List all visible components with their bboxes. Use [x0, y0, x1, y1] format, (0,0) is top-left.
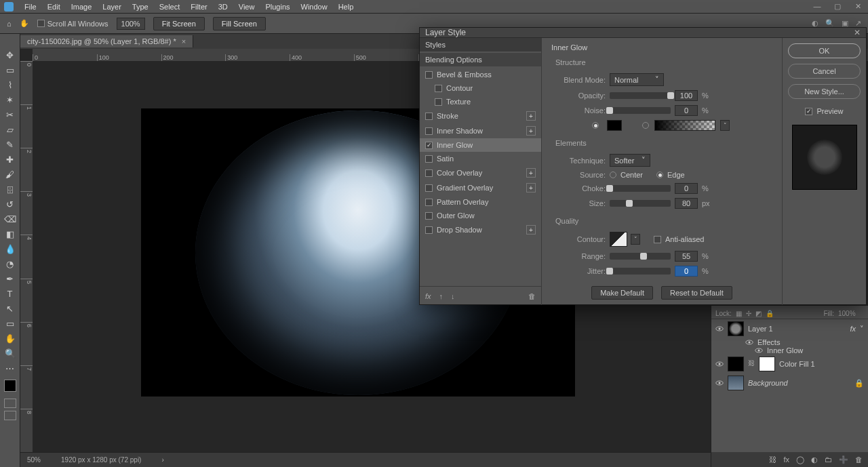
document-tab[interactable]: city-1150026.jpg @ 50% (Layer 1, RGB/8#)…: [20, 35, 193, 47]
window-close-icon[interactable]: ✕: [852, 2, 864, 11]
add-instance-icon[interactable]: +: [526, 111, 536, 121]
link-layers-icon[interactable]: ⛓: [769, 455, 776, 464]
menu-file[interactable]: File: [19, 3, 42, 11]
visibility-icon[interactable]: [715, 325, 724, 333]
window-maximize-icon[interactable]: ▢: [831, 2, 844, 11]
crop-tool-icon[interactable]: ✂: [2, 107, 18, 122]
dodge-tool-icon[interactable]: ◔: [2, 256, 18, 271]
status-chevron-icon[interactable]: ›: [161, 456, 163, 464]
type-tool-icon[interactable]: T: [2, 286, 18, 301]
jitter-field[interactable]: 0: [675, 266, 698, 277]
layer-effects-label[interactable]: Effects: [711, 338, 868, 346]
adjustment-icon[interactable]: ◐: [811, 455, 818, 464]
make-default-button[interactable]: Make Default: [591, 286, 653, 300]
history-brush-icon[interactable]: ↺: [2, 197, 18, 211]
layer-row[interactable]: Layer 1 fx ˅: [711, 319, 868, 338]
style-checkbox[interactable]: [425, 142, 433, 149]
marquee-tool-icon[interactable]: ▭: [2, 62, 18, 77]
glow-color-swatch[interactable]: [607, 120, 622, 131]
dialog-titlebar[interactable]: Layer Style ✕: [420, 28, 866, 38]
layer-row[interactable]: ⛓ Color Fill 1: [711, 354, 868, 373]
jitter-slider[interactable]: [610, 268, 671, 275]
visibility-icon[interactable]: [745, 338, 753, 346]
layer-name[interactable]: Color Fill 1: [779, 360, 864, 368]
add-instance-icon[interactable]: +: [526, 225, 536, 235]
wand-tool-icon[interactable]: ✶: [2, 92, 18, 107]
add-mask-icon[interactable]: ◯: [796, 455, 804, 464]
eraser-tool-icon[interactable]: ⌫: [2, 211, 18, 226]
add-style-icon[interactable]: fx: [783, 455, 789, 464]
blend-mode-dropdown[interactable]: Normal ˅: [610, 73, 664, 86]
eyedropper-icon[interactable]: ✎: [2, 137, 18, 152]
move-down-icon[interactable]: ↓: [451, 292, 455, 300]
new-layer-icon[interactable]: ➕: [839, 455, 848, 464]
menu-view[interactable]: View: [233, 3, 260, 11]
new-style-button[interactable]: New Style...: [788, 84, 861, 99]
style-checkbox[interactable]: [425, 113, 433, 120]
hand-tool-icon[interactable]: ✋: [2, 331, 18, 346]
blending-options-item[interactable]: Blending Options: [420, 53, 541, 66]
menu-plugins[interactable]: Plugins: [260, 3, 295, 11]
brush-tool-icon[interactable]: 🖌: [2, 167, 18, 182]
layer-thumbnail[interactable]: [728, 321, 744, 336]
size-slider[interactable]: [610, 200, 671, 207]
move-tool-icon[interactable]: ✥: [2, 47, 18, 62]
layer-name[interactable]: Background: [748, 379, 850, 387]
style-item-texture[interactable]: Texture: [420, 95, 541, 108]
range-slider[interactable]: [610, 253, 671, 260]
style-item-inner-shadow[interactable]: Inner Shadow+: [420, 123, 541, 138]
style-item-contour[interactable]: Contour: [420, 81, 541, 95]
style-checkbox[interactable]: [425, 169, 433, 177]
pen-tool-icon[interactable]: ✒: [2, 271, 18, 286]
dialog-close-icon[interactable]: ✕: [854, 28, 861, 37]
gradient-chevron-icon[interactable]: ˅: [720, 120, 730, 131]
move-up-icon[interactable]: ↑: [439, 292, 443, 300]
zoom-level-field[interactable]: 100%: [117, 18, 145, 30]
style-checkbox[interactable]: [425, 155, 433, 163]
cancel-button[interactable]: Cancel: [788, 64, 861, 79]
add-instance-icon[interactable]: +: [526, 183, 536, 192]
status-zoom[interactable]: 50%: [27, 456, 41, 464]
style-checkbox[interactable]: [425, 226, 433, 234]
visibility-icon[interactable]: [715, 379, 724, 387]
layer-name[interactable]: Layer 1: [748, 325, 846, 333]
visibility-icon[interactable]: [715, 360, 724, 368]
style-checkbox[interactable]: [425, 199, 433, 206]
glow-color-radio[interactable]: [592, 122, 599, 129]
effects-chevron-icon[interactable]: ˅: [860, 325, 864, 333]
layer-thumbnail[interactable]: [728, 375, 744, 390]
size-field[interactable]: 80: [675, 198, 698, 209]
menu-edit[interactable]: Edit: [42, 3, 66, 11]
choke-field[interactable]: 0: [675, 183, 698, 194]
style-checkbox[interactable]: [425, 212, 433, 220]
ok-button[interactable]: OK: [788, 43, 861, 58]
menu-select[interactable]: Select: [154, 3, 186, 11]
glow-gradient-picker[interactable]: [654, 120, 715, 131]
contour-picker[interactable]: [610, 232, 627, 247]
reset-default-button[interactable]: Reset to Default: [661, 286, 732, 300]
style-item-bevel-emboss[interactable]: Bevel & Emboss: [420, 68, 541, 81]
document-tab-close-icon[interactable]: ×: [182, 37, 186, 45]
more-tools-icon[interactable]: ⋯: [2, 361, 18, 375]
delete-layer-icon[interactable]: 🗑: [855, 455, 863, 464]
layer-mask-thumbnail[interactable]: [759, 357, 775, 371]
antialiased-checkbox[interactable]: [654, 236, 661, 243]
style-item-pattern-overlay[interactable]: Pattern Overlay: [420, 195, 541, 209]
lock-position-icon[interactable]: ✢: [746, 310, 751, 317]
menu-filter[interactable]: Filter: [185, 3, 212, 11]
menu-layer[interactable]: Layer: [97, 3, 127, 11]
blur-tool-icon[interactable]: 💧: [2, 241, 18, 256]
menu-image[interactable]: Image: [66, 3, 98, 11]
style-item-gradient-overlay[interactable]: Gradient Overlay+: [420, 180, 541, 195]
layer-row[interactable]: Background 🔒: [711, 373, 868, 392]
fx-menu-icon[interactable]: fx: [425, 292, 431, 300]
fill-value-field[interactable]: 100%: [838, 310, 864, 317]
noise-field[interactable]: 0: [675, 105, 698, 116]
range-field[interactable]: 55: [675, 251, 698, 262]
frame-tool-icon[interactable]: ▱: [2, 122, 18, 137]
link-icon[interactable]: ⛓: [748, 359, 755, 369]
path-tool-icon[interactable]: ↖: [2, 301, 18, 316]
home-icon[interactable]: ⌂: [7, 20, 12, 28]
glow-gradient-radio[interactable]: [642, 122, 649, 129]
preview-checkbox[interactable]: [805, 108, 812, 115]
